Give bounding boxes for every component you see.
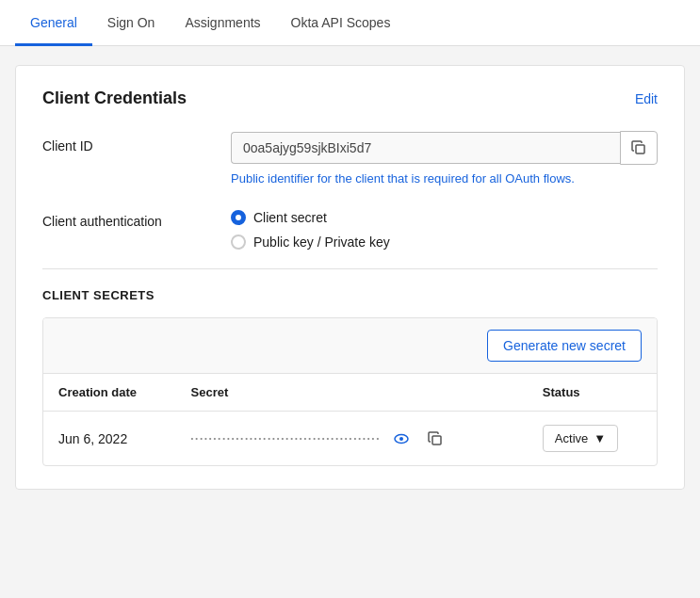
td-secret: ••••••••••••••••••••••••••••••••••••••••…	[176, 412, 528, 466]
client-id-row: Client ID Public identifier for the clie…	[42, 131, 658, 187]
divider	[42, 268, 658, 269]
client-id-input[interactable]	[231, 132, 620, 164]
client-credentials-title: Client Credentials	[42, 89, 187, 108]
generate-new-secret-button[interactable]: Generate new secret	[487, 330, 642, 362]
tabs-bar: General Sign On Assignments Okta API Sco…	[0, 0, 700, 46]
svg-rect-3	[432, 436, 441, 444]
tab-sign-on[interactable]: Sign On	[92, 0, 171, 46]
main-card: Client Credentials Edit Client ID	[15, 65, 685, 490]
content-area: Client Credentials Edit Client ID	[0, 46, 700, 509]
radio-option-public-private-key[interactable]: Public key / Private key	[231, 234, 658, 250]
client-credentials-header: Client Credentials Edit	[42, 89, 658, 108]
dropdown-arrow-icon: ▼	[594, 431, 606, 445]
client-auth-row: Client authentication Client secret Publ…	[42, 206, 658, 250]
page-wrapper: General Sign On Assignments Okta API Sco…	[0, 0, 700, 598]
client-auth-label: Client authentication	[42, 206, 231, 229]
th-status: Status	[528, 374, 657, 412]
client-secrets-title: CLIENT SECRETS	[42, 288, 658, 302]
edit-link[interactable]: Edit	[635, 91, 658, 106]
copy-secret-icon	[428, 431, 443, 446]
tab-general[interactable]: General	[15, 0, 92, 46]
tab-assignments[interactable]: Assignments	[170, 0, 275, 46]
radio-group-client-auth: Client secret Public key / Private key	[231, 206, 658, 250]
client-id-control: Public identifier for the client that is…	[231, 131, 658, 187]
th-creation-date: Creation date	[43, 374, 176, 412]
td-creation-date: Jun 6, 2022	[43, 412, 176, 466]
table-header-row: Creation date Secret Status	[43, 374, 657, 412]
client-id-help-text: Public identifier for the client that is…	[231, 170, 589, 187]
radio-label-public-private-key: Public key / Private key	[253, 234, 390, 250]
secrets-table-wrapper: Generate new secret Creation date Secret…	[42, 317, 658, 466]
radio-label-client-secret: Client secret	[253, 210, 327, 225]
tab-okta-api-scopes[interactable]: Okta API Scopes	[276, 0, 406, 46]
th-secret: Secret	[176, 374, 528, 412]
secrets-table: Creation date Secret Status Jun 6, 2022 …	[43, 374, 657, 465]
radio-circle-public-private-key	[231, 234, 246, 250]
client-id-wrapper	[231, 131, 658, 165]
radio-option-client-secret[interactable]: Client secret	[231, 210, 658, 225]
radio-circle-client-secret	[231, 210, 246, 225]
status-dropdown-button[interactable]: Active ▼	[543, 425, 618, 452]
client-id-label: Client ID	[42, 131, 231, 154]
reveal-secret-button[interactable]	[388, 426, 415, 452]
secret-value-cell: ••••••••••••••••••••••••••••••••••••••••…	[191, 426, 513, 452]
eye-icon	[393, 430, 410, 447]
secrets-toolbar: Generate new secret	[43, 318, 657, 374]
status-value: Active	[555, 431, 588, 445]
secret-masked-value: ••••••••••••••••••••••••••••••••••••••••…	[191, 434, 382, 443]
copy-client-id-button[interactable]	[620, 131, 658, 165]
copy-secret-button[interactable]	[422, 426, 448, 452]
svg-rect-0	[636, 145, 644, 154]
table-row: Jun 6, 2022 ••••••••••••••••••••••••••••…	[43, 412, 657, 466]
svg-point-2	[399, 437, 403, 441]
copy-icon	[631, 140, 646, 155]
client-auth-control: Client secret Public key / Private key	[231, 206, 658, 250]
td-status: Active ▼	[528, 412, 657, 466]
